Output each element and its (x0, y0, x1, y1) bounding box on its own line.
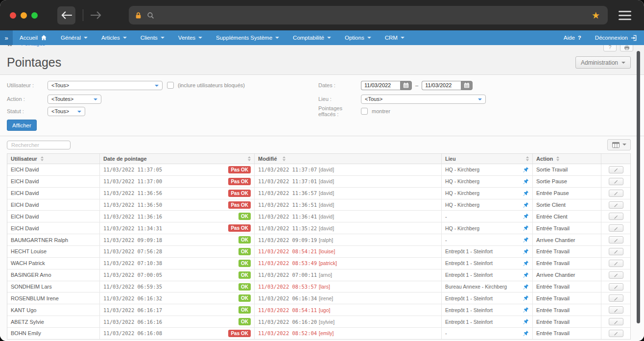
breadcrumb-current[interactable]: Pointages (21, 45, 45, 47)
menu-item-ventes[interactable]: Ventes (171, 30, 209, 45)
menu-item-accueil[interactable]: Accueil (13, 30, 54, 45)
cell-utilisateur: ROSENBLUM Irene (7, 292, 100, 304)
menu-item-comptabilit-[interactable]: Comptabilité (286, 30, 338, 45)
date-from-calendar-button[interactable] (400, 81, 412, 90)
menu-item-clients[interactable]: Clients (134, 30, 171, 45)
menubar-expand-button[interactable]: » (0, 30, 13, 45)
edit-button[interactable] (609, 166, 623, 173)
include-blocked-checkbox[interactable] (167, 82, 174, 89)
info-icon: ? (609, 45, 612, 50)
table-row[interactable]: EICH David 11/03/2022 11:36:50 Pas OK 11… (7, 199, 630, 211)
administration-button[interactable]: Administration (575, 56, 631, 69)
edit-button[interactable] (609, 294, 623, 302)
utilisateur-select[interactable]: <Tous> (48, 81, 163, 90)
edit-button[interactable] (609, 236, 623, 244)
pin-icon[interactable] (523, 307, 529, 313)
menu-item-suppl-ments-syst-me[interactable]: Suppléments Système (209, 30, 286, 45)
edit-button[interactable] (609, 283, 623, 291)
column-header-lieu[interactable]: Lieu (442, 154, 533, 164)
browser-menu-icon[interactable] (619, 11, 631, 20)
menu-item-articles[interactable]: Articles (95, 30, 134, 45)
table-row[interactable]: HECHT Louise 11/03/2022 07:56:28 OK 11/0… (7, 246, 630, 258)
table-row[interactable]: EICH David 11/03/2022 11:36:16 OK 11/03/… (7, 211, 630, 222)
pin-icon[interactable] (523, 248, 529, 255)
forward-button[interactable] (91, 11, 101, 19)
menu-item-aide[interactable]: Aide ? (557, 30, 588, 45)
date-to-calendar-button[interactable] (461, 81, 473, 90)
cell-edit (601, 234, 630, 245)
cell-utilisateur: EICH David (7, 188, 100, 199)
table-row[interactable]: ABETZ Sylvie 11/03/2022 06:16:16 OK 11/0… (7, 316, 630, 328)
edit-button[interactable] (609, 260, 623, 267)
minimize-window-button[interactable] (21, 12, 27, 19)
close-window-button[interactable] (10, 12, 16, 19)
cell-edit (601, 316, 630, 327)
edit-button[interactable] (609, 178, 623, 185)
back-button[interactable] (57, 6, 75, 24)
edit-button[interactable] (609, 330, 623, 337)
pin-icon[interactable] (523, 237, 529, 243)
edit-button[interactable] (609, 213, 623, 220)
pin-icon[interactable] (523, 318, 529, 325)
column-visibility-button[interactable] (607, 139, 631, 150)
column-header-modifie[interactable]: Modifié (255, 154, 442, 164)
pencil-icon (614, 319, 619, 324)
pin-icon[interactable] (523, 225, 529, 231)
table-row[interactable]: BAUMGARTNER Ralph 11/03/2022 09:09:18 OK… (7, 234, 630, 246)
table-row[interactable]: EICH David 11/03/2022 11:37:00 Pas OK 11… (7, 176, 630, 188)
status-badge: OK (239, 271, 251, 279)
date-from-input[interactable] (361, 81, 400, 90)
pin-icon[interactable] (523, 202, 529, 208)
pin-icon[interactable] (523, 260, 529, 267)
pin-icon[interactable] (523, 330, 529, 337)
menu-item-deconnexion[interactable]: Déconnexion (588, 30, 644, 45)
scrollbar-thumb[interactable] (637, 51, 640, 323)
column-header-date-pointage[interactable]: Date de pointage (100, 154, 255, 164)
pin-icon[interactable] (523, 167, 529, 173)
home-breadcrumb-icon[interactable] (7, 45, 13, 47)
edit-button[interactable] (609, 271, 623, 279)
menu-item-crm[interactable]: CRM (378, 30, 411, 45)
table-row[interactable]: SONDHEIM Lars 11/03/2022 06:59:35 OK 11/… (7, 281, 630, 293)
pin-icon[interactable] (523, 295, 529, 301)
table-row[interactable]: ROSENBLUM Irene 11/03/2022 06:16:32 OK 1… (7, 292, 630, 304)
table-row[interactable]: BASINGER Arno 11/03/2022 07:00:05 OK 11/… (7, 269, 630, 281)
address-bar[interactable]: ★ (129, 6, 608, 24)
status-badge: OK (239, 236, 251, 244)
column-header-action[interactable]: Action (533, 154, 601, 164)
edit-button[interactable] (609, 318, 623, 325)
effaces-checkbox[interactable] (361, 108, 368, 115)
edit-button[interactable] (609, 190, 623, 197)
cell-date-pointage: 11/03/2022 11:37:05 Pas OK (100, 164, 255, 175)
table-row[interactable]: BOHN Emily 11/03/2022 06:16:08 Pas OK 11… (7, 328, 630, 339)
cell-modifie: 11/03/2022 11:37:01 [david] (255, 176, 442, 187)
date-to-input[interactable] (422, 81, 461, 90)
menu-item-options[interactable]: Options (338, 30, 378, 45)
lieu-select[interactable]: <Tous> (361, 95, 486, 104)
pin-icon[interactable] (523, 213, 529, 219)
menu-item-g-n-ral[interactable]: Général (54, 30, 95, 45)
search-input[interactable] (7, 141, 71, 149)
pin-icon[interactable] (523, 190, 529, 196)
table-row[interactable]: EICH David 11/03/2022 11:36:56 Pas OK 11… (7, 188, 630, 199)
pin-icon[interactable] (523, 272, 529, 278)
pin-icon[interactable] (523, 178, 529, 185)
cell-edit (601, 211, 630, 222)
pin-icon[interactable] (523, 284, 529, 290)
cell-date-pointage: 11/03/2022 07:10:38 OK (100, 258, 255, 269)
column-header-utilisateur[interactable]: Utilisateur (7, 154, 100, 164)
edit-button[interactable] (609, 306, 623, 314)
afficher-button[interactable]: Afficher (7, 120, 37, 131)
zoom-window-button[interactable] (31, 12, 38, 19)
bookmark-star-icon[interactable]: ★ (592, 10, 600, 21)
statut-select[interactable]: <Tous> (48, 107, 85, 116)
edit-button[interactable] (609, 201, 623, 209)
edit-button[interactable] (609, 224, 623, 232)
table-row[interactable]: EICH David 11/03/2022 11:34:31 Pas OK 11… (7, 222, 630, 234)
table-row[interactable]: WACH Patrick 11/03/2022 07:10:38 OK 11/0… (7, 258, 630, 269)
action-select[interactable]: <Toutes> (48, 95, 101, 104)
table-row[interactable]: EICH David 11/03/2022 11:37:05 Pas OK 11… (7, 164, 630, 176)
table-row[interactable]: KANT Ugo 11/03/2022 06:16:17 OK 11/03/20… (7, 304, 630, 316)
edit-button[interactable] (609, 248, 623, 255)
cell-modifie: 11/03/2022 11:36:51 [david] (255, 199, 442, 211)
